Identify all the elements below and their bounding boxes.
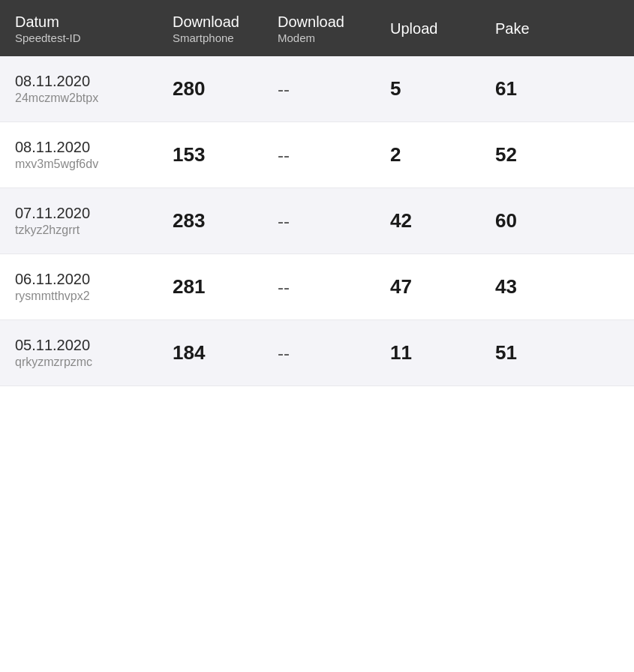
cell-date-2: 07.11.2020	[15, 205, 90, 222]
cell-upload-value-3: 47	[390, 275, 412, 298]
table-row: 08.11.2020 24mczmw2btpx 280 -- 5 61	[0, 56, 634, 122]
cell-paket-3: 43	[495, 275, 570, 298]
cell-paket-1: 52	[495, 143, 570, 166]
cell-upload-1: 2	[390, 143, 495, 166]
cell-datum-3: 06.11.2020 rysmmtthvpx2	[15, 271, 173, 303]
cell-datum-2: 07.11.2020 tzkyz2hzgrrt	[15, 205, 173, 237]
cell-upload-value-2: 42	[390, 209, 412, 232]
cell-download-modem-3: --	[278, 277, 390, 298]
cell-upload-0: 5	[390, 77, 495, 100]
table-row: 08.11.2020 mxv3m5wgf6dv 153 -- 2 52	[0, 122, 634, 188]
table-row: 07.11.2020 tzkyz2hzgrrt 283 -- 42 60	[0, 188, 634, 254]
header-download-modem-main: Download	[278, 12, 390, 32]
cell-upload-2: 42	[390, 209, 495, 232]
cell-download-modem-1: --	[278, 145, 390, 166]
cell-download-smartphone-1: 153	[173, 143, 278, 166]
table-header: Datum Speedtest-ID Download Smartphone D…	[0, 0, 634, 56]
cell-datum-0: 08.11.2020 24mczmw2btpx	[15, 73, 173, 105]
cell-upload-4: 11	[390, 341, 495, 364]
cell-download-modem-value-1: --	[278, 145, 290, 166]
cell-download-smartphone-value-4: 184	[173, 341, 205, 364]
cell-download-smartphone-2: 283	[173, 209, 278, 232]
cell-speedtest-id-3: rysmmtthvpx2	[15, 290, 90, 303]
cell-paket-value-0: 61	[495, 77, 517, 100]
cell-speedtest-id-0: 24mczmw2btpx	[15, 92, 98, 105]
cell-datum-1: 08.11.2020 mxv3m5wgf6dv	[15, 139, 173, 171]
cell-download-modem-value-3: --	[278, 277, 290, 298]
header-paket-main: Pake	[495, 19, 570, 38]
cell-download-modem-2: --	[278, 211, 390, 232]
cell-download-modem-value-0: --	[278, 79, 290, 100]
header-paket: Pake	[495, 12, 570, 44]
cell-download-modem-0: --	[278, 79, 390, 100]
cell-speedtest-id-1: mxv3m5wgf6dv	[15, 158, 98, 171]
table-row: 05.11.2020 qrkyzmzrpzmc 184 -- 11 51	[0, 320, 634, 386]
cell-datum-4: 05.11.2020 qrkyzmzrpzmc	[15, 337, 173, 369]
cell-paket-2: 60	[495, 209, 570, 232]
cell-download-modem-value-2: --	[278, 211, 290, 232]
header-download-smartphone-sub: Smartphone	[173, 32, 278, 44]
header-datum-sub: Speedtest-ID	[15, 32, 173, 44]
cell-paket-value-3: 43	[495, 275, 517, 298]
cell-upload-value-1: 2	[390, 143, 401, 166]
header-upload-main: Upload	[390, 19, 495, 38]
cell-download-smartphone-3: 281	[173, 275, 278, 298]
cell-download-smartphone-value-0: 280	[173, 77, 205, 100]
header-download-smartphone-main: Download	[173, 12, 278, 32]
cell-upload-value-4: 11	[390, 341, 412, 364]
header-datum: Datum Speedtest-ID	[15, 12, 173, 44]
cell-download-smartphone-0: 280	[173, 77, 278, 100]
header-upload: Upload	[390, 12, 495, 44]
speedtest-table: Datum Speedtest-ID Download Smartphone D…	[0, 0, 634, 386]
cell-paket-value-2: 60	[495, 209, 517, 232]
cell-paket-value-4: 51	[495, 341, 517, 364]
header-download-modem: Download Modem	[278, 12, 390, 44]
cell-download-smartphone-4: 184	[173, 341, 278, 364]
cell-speedtest-id-4: qrkyzmzrpzmc	[15, 356, 92, 369]
table-body: 08.11.2020 24mczmw2btpx 280 -- 5 61 08.1…	[0, 56, 634, 386]
cell-download-smartphone-value-3: 281	[173, 275, 205, 298]
header-download-modem-sub: Modem	[278, 32, 390, 44]
cell-download-smartphone-value-2: 283	[173, 209, 205, 232]
cell-paket-4: 51	[495, 341, 570, 364]
cell-date-1: 08.11.2020	[15, 139, 90, 156]
cell-download-smartphone-value-1: 153	[173, 143, 205, 166]
cell-download-modem-4: --	[278, 343, 390, 364]
cell-date-4: 05.11.2020	[15, 337, 90, 354]
header-download-smartphone: Download Smartphone	[173, 12, 278, 44]
cell-paket-value-1: 52	[495, 143, 517, 166]
cell-date-3: 06.11.2020	[15, 271, 90, 288]
cell-upload-value-0: 5	[390, 77, 401, 100]
table-row: 06.11.2020 rysmmtthvpx2 281 -- 47 43	[0, 254, 634, 320]
cell-paket-0: 61	[495, 77, 570, 100]
header-datum-main: Datum	[15, 12, 173, 32]
cell-download-modem-value-4: --	[278, 343, 290, 364]
cell-speedtest-id-2: tzkyz2hzgrrt	[15, 224, 80, 237]
cell-upload-3: 47	[390, 275, 495, 298]
cell-date-0: 08.11.2020	[15, 73, 90, 90]
